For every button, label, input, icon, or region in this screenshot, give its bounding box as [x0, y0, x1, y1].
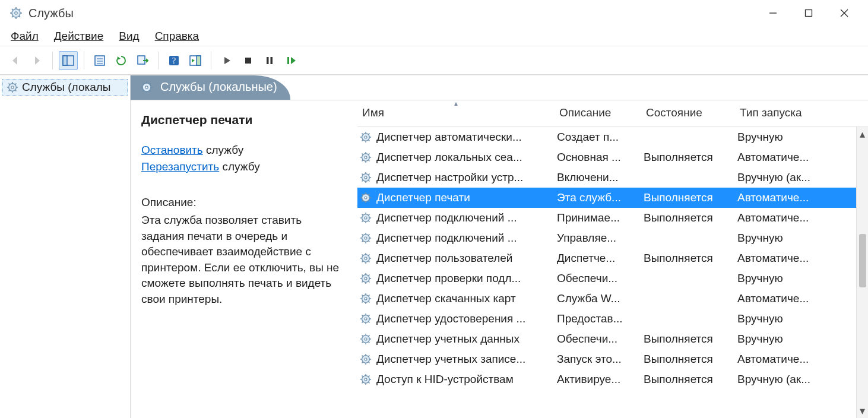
service-desc-cell: Обеспечи... — [555, 272, 641, 285]
gear-icon — [360, 252, 372, 264]
gear-icon — [360, 151, 372, 163]
window-title: Службы — [28, 7, 74, 20]
tab-services-local[interactable]: Службы (локальные) — [131, 75, 290, 100]
scroll-up-icon[interactable]: ▴ — [858, 129, 867, 139]
service-row[interactable]: Диспетчер печатиЭта служб...ВыполняетсяА… — [357, 188, 856, 208]
restart-service-link[interactable]: Перезапустить — [141, 160, 219, 173]
menu-view[interactable]: Вид — [116, 28, 141, 44]
svg-rect-29 — [271, 57, 273, 64]
col-desc[interactable]: Описание — [555, 100, 641, 126]
service-desc-cell: Включени... — [555, 171, 641, 184]
nav-back-button[interactable] — [6, 51, 25, 70]
detail-panel: Диспетчер печати Остановить службу Перез… — [131, 100, 357, 418]
service-state-cell: Выполняется — [641, 151, 735, 164]
pause-service-button[interactable] — [260, 51, 279, 70]
service-startup-cell: Вручную (ак... — [735, 171, 836, 184]
svg-rect-27 — [245, 58, 251, 64]
col-state[interactable]: Состояние — [641, 100, 735, 126]
scroll-down-icon[interactable]: ▾ — [858, 406, 867, 416]
service-startup-cell: Вручную — [735, 131, 836, 144]
service-row[interactable]: Диспетчер пользователейДиспетче...Выполн… — [357, 248, 856, 268]
scroll-thumb[interactable] — [859, 234, 866, 287]
menu-file[interactable]: Файл — [8, 28, 41, 44]
col-state-label: Состояние — [646, 106, 702, 119]
service-row[interactable]: Диспетчер проверки подл...Обеспечи...Вру… — [357, 268, 856, 289]
service-row[interactable]: Доступ к HID-устройствамАктивируе...Выпо… — [357, 369, 856, 390]
service-name-cell: Диспетчер учетных данных — [357, 332, 555, 346]
toolbar-separator — [84, 52, 84, 69]
service-desc-cell: Обеспечи... — [555, 332, 641, 346]
content-area: Службы (локалы Службы (локальные) Диспет… — [0, 75, 868, 418]
menu-action[interactable]: Действие — [52, 28, 106, 44]
column-headers: ▴ Имя Описание Состояние Тип запуска — [357, 100, 868, 127]
help-button[interactable]: ? — [164, 51, 183, 70]
service-row[interactable]: Диспетчер удостоверения ...Предостав...В… — [357, 309, 856, 329]
service-row[interactable]: Диспетчер настройки устр...Включени...Вр… — [357, 167, 856, 188]
service-startup-cell: Автоматиче... — [735, 211, 836, 224]
tab-body: Диспетчер печати Остановить службу Перез… — [131, 100, 868, 418]
service-startup-cell: Вручную — [735, 332, 836, 346]
gear-icon — [360, 353, 372, 365]
stop-service-link[interactable]: Остановить — [141, 144, 203, 156]
service-name-text: Диспетчер пользователей — [376, 252, 512, 265]
service-state-cell: Выполняется — [641, 373, 735, 386]
gear-icon — [360, 333, 372, 345]
service-startup-cell: Автоматиче... — [735, 151, 836, 164]
service-name-cell: Диспетчер подключений ... — [357, 232, 555, 245]
service-row[interactable]: Диспетчер скачанных картСлужба W...Автом… — [357, 289, 856, 309]
service-name-cell: Диспетчер локальных сеа... — [357, 151, 555, 164]
service-row[interactable]: Диспетчер учетных данныхОбеспечи...Выпол… — [357, 329, 856, 349]
svg-rect-13 — [806, 10, 812, 17]
service-desc-cell: Управляе... — [555, 232, 641, 245]
service-name-cell: Доступ к HID-устройствам — [357, 373, 555, 386]
toolbar-separator — [211, 52, 211, 69]
right-pane: Службы (локальные) Диспетчер печати Оста… — [131, 75, 868, 418]
service-row[interactable]: Диспетчер автоматически...Создает п...Вр… — [357, 127, 856, 147]
service-row[interactable]: Диспетчер локальных сеа...Основная ...Вы… — [357, 147, 856, 167]
service-name-text: Диспетчер удостоверения ... — [376, 312, 525, 325]
svg-text:?: ? — [172, 56, 176, 65]
stop-service-button[interactable] — [239, 51, 258, 70]
refresh-button[interactable] — [112, 51, 131, 70]
svg-rect-17 — [63, 56, 67, 65]
scroll-track[interactable] — [858, 139, 867, 406]
col-startup[interactable]: Тип запуска — [735, 100, 836, 126]
show-hide-tree-button[interactable] — [59, 51, 78, 70]
service-row[interactable]: Диспетчер учетных записе...Запуск это...… — [357, 349, 856, 369]
service-state-cell: Выполняется — [641, 353, 735, 366]
app-gear-icon — [9, 7, 23, 20]
minimize-button[interactable] — [755, 1, 791, 25]
action-pane-button[interactable] — [186, 51, 205, 70]
service-list: ▴ Имя Описание Состояние Тип запуска Дис… — [357, 100, 868, 418]
stop-line: Остановить службу — [141, 142, 347, 159]
service-name-cell: Диспетчер автоматически... — [357, 131, 555, 144]
properties-button[interactable] — [90, 51, 109, 70]
service-desc-cell: Диспетче... — [555, 252, 641, 265]
col-startup-label: Тип запуска — [740, 106, 802, 119]
maximize-button[interactable] — [791, 1, 826, 25]
export-list-button[interactable] — [133, 51, 152, 70]
service-desc-cell: Создает п... — [555, 131, 641, 144]
description-label: Описание: — [141, 194, 347, 211]
col-name[interactable]: ▴ Имя — [357, 100, 555, 126]
vertical-scrollbar[interactable]: ▴ ▾ — [856, 127, 868, 418]
nav-forward-button[interactable] — [27, 51, 46, 70]
close-button[interactable] — [826, 1, 862, 25]
titlebar: Службы — [0, 0, 868, 26]
service-row[interactable]: Диспетчер подключений ...Управляе...Вруч… — [357, 228, 856, 248]
tab-label: Службы (локальные) — [160, 80, 277, 94]
col-desc-label: Описание — [559, 106, 611, 119]
gear-icon — [7, 81, 18, 93]
restart-service-button[interactable] — [281, 51, 300, 70]
service-name-text: Диспетчер учетных данных — [376, 332, 519, 346]
start-service-button[interactable] — [217, 51, 236, 70]
tree-root-services[interactable]: Службы (локалы — [2, 79, 128, 96]
menu-help[interactable]: Справка — [153, 28, 202, 44]
restart-suffix: службу — [219, 160, 259, 173]
service-startup-cell: Вручную — [735, 272, 836, 285]
svg-rect-30 — [287, 57, 289, 64]
service-row[interactable]: Диспетчер подключений ...Принимае...Выпо… — [357, 208, 856, 228]
gear-icon — [360, 293, 372, 305]
service-startup-cell: Автоматиче... — [735, 191, 836, 204]
service-state-cell: Выполняется — [641, 252, 735, 265]
